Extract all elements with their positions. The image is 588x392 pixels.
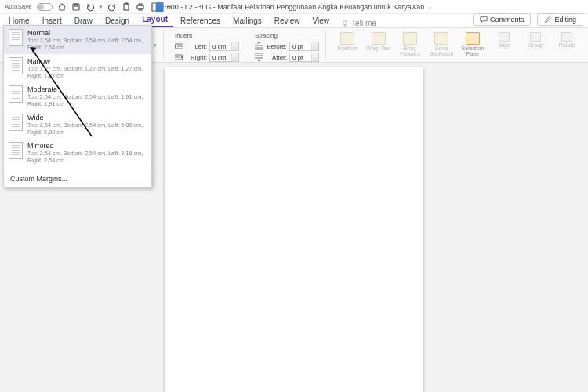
send-backward-button[interactable]: Send Backward bbox=[428, 32, 455, 57]
margins-thumb-icon bbox=[9, 29, 23, 46]
dropdown-separator bbox=[4, 169, 151, 169]
svg-rect-5 bbox=[139, 4, 142, 5]
selection-pane-icon bbox=[466, 32, 480, 45]
svg-rect-1 bbox=[74, 4, 78, 6]
tab-references[interactable]: References bbox=[175, 14, 226, 27]
send-backward-icon bbox=[434, 32, 448, 45]
margins-thumb-icon bbox=[9, 57, 23, 74]
margins-option-narrow[interactable]: NarrowTop: 1,27 cm, Bottom: 1,27 cm, Lef… bbox=[4, 54, 151, 82]
wrap-text-button[interactable]: Wrap Text bbox=[365, 32, 392, 51]
margins-thumb-icon bbox=[9, 85, 23, 103]
spacing-before-input[interactable]: 0 pt bbox=[289, 42, 319, 51]
indent-left-icon bbox=[175, 42, 183, 50]
editing-label: Editing bbox=[554, 16, 576, 24]
indent-subgroup: Indent Left: 0 cm Right: 0 cm bbox=[175, 32, 239, 62]
tell-me-search[interactable]: Tell me bbox=[341, 19, 376, 27]
clipboard-icon[interactable] bbox=[122, 2, 131, 12]
position-button[interactable]: Position bbox=[334, 32, 361, 51]
spacing-subgroup: Spacing Before: 0 pt After: 0 pt bbox=[255, 32, 319, 62]
indent-right-input[interactable]: 0 cm bbox=[209, 53, 239, 62]
group-button[interactable]: Group bbox=[522, 32, 549, 48]
print-icon[interactable] bbox=[136, 2, 145, 12]
title-chevron-icon[interactable]: ⌄ bbox=[427, 4, 432, 10]
document-title-area[interactable]: 600 - L2 -BLG - Manfaat Pelatihan Penggu… bbox=[156, 2, 433, 12]
indent-right-label: Right: bbox=[185, 54, 207, 61]
spacing-after-label: After: bbox=[265, 54, 287, 61]
comment-icon bbox=[480, 16, 488, 24]
margins-name: Mirrored bbox=[27, 142, 147, 150]
margins-desc: Top: 1,27 cm, Bottom: 1,27 cm, Left: 1,2… bbox=[27, 65, 147, 79]
svg-rect-0 bbox=[73, 4, 79, 10]
position-icon bbox=[340, 32, 354, 45]
tab-mailings[interactable]: Mailings bbox=[227, 14, 267, 27]
home-icon[interactable] bbox=[57, 2, 67, 12]
spacing-after-input[interactable]: 0 pt bbox=[289, 53, 319, 62]
margins-desc: Top: 2,54 cm, Bottom: 2,54 cm, Left: 5,0… bbox=[27, 122, 147, 136]
undo-icon[interactable] bbox=[85, 2, 95, 12]
editing-mode-button[interactable]: Editing bbox=[537, 13, 583, 26]
page-1[interactable] bbox=[165, 67, 423, 392]
tab-review[interactable]: Review bbox=[269, 14, 306, 27]
margins-dropdown: NormalTop: 2,54 cm, Bottom: 2,54 cm, Lef… bbox=[3, 25, 152, 187]
redo-icon[interactable] bbox=[107, 2, 117, 12]
margins-option-moderate[interactable]: ModerateTop: 2,54 cm, Bottom: 2,54 cm, L… bbox=[4, 82, 151, 111]
save-icon[interactable] bbox=[71, 2, 81, 12]
pencil-icon bbox=[544, 16, 552, 24]
margins-name: Moderate bbox=[27, 85, 147, 93]
margins-option-mirrored[interactable]: MirroredTop: 2,54 cm, Bottom: 2,54 cm, L… bbox=[4, 139, 151, 167]
wrap-text-icon bbox=[372, 32, 386, 45]
comments-button[interactable]: Comments bbox=[473, 13, 532, 26]
spacing-header: Spacing bbox=[255, 32, 319, 39]
spacing-before-label: Before: bbox=[265, 43, 287, 50]
comments-label: Comments bbox=[490, 16, 524, 24]
word-doc-icon bbox=[156, 2, 164, 12]
bring-forward-button[interactable]: Bring Forward bbox=[397, 32, 423, 57]
svg-rect-6 bbox=[139, 9, 142, 10]
document-title: 600 - L2 -BLG - Manfaat Pelatihan Penggu… bbox=[167, 3, 425, 11]
quick-access-toolbar: AutoSave ▾ ⋯ bbox=[5, 2, 173, 12]
undo-dropdown-chevron-icon[interactable]: ▾ bbox=[100, 4, 103, 10]
indent-left-label: Left: bbox=[185, 43, 207, 50]
group-icon bbox=[530, 32, 541, 42]
autosave-label: AutoSave bbox=[5, 3, 32, 10]
arrange-group: Position Wrap Text Bring Forward Send Ba… bbox=[329, 30, 585, 60]
rotate-icon bbox=[561, 32, 572, 42]
spacing-before-icon bbox=[255, 42, 263, 50]
titlebar: AutoSave ▾ ⋯ 600 - L2 -BLG - Manfaat Pel… bbox=[0, 0, 588, 14]
lightbulb-icon bbox=[341, 20, 349, 27]
margins-desc: Top: 2,54 cm, Bottom: 2,54 cm, Left: 2,5… bbox=[27, 37, 147, 51]
paragraph-group: Indent Left: 0 cm Right: 0 cm Spacing Be… bbox=[167, 30, 326, 60]
autosave-toggle[interactable] bbox=[37, 3, 53, 11]
align-button[interactable]: Align bbox=[491, 32, 517, 48]
custom-margins-button[interactable]: Custom Margins... bbox=[4, 171, 151, 187]
line-numbers-chevron-icon[interactable]: ▾ bbox=[154, 42, 157, 49]
margins-option-wide[interactable]: WideTop: 2,54 cm, Bottom: 2,54 cm, Left:… bbox=[4, 111, 151, 139]
margins-thumb-icon bbox=[9, 142, 23, 159]
spacing-after-icon bbox=[255, 53, 263, 61]
margins-thumb-icon bbox=[9, 114, 23, 131]
selection-pane-button[interactable]: Selection Pane bbox=[459, 32, 486, 57]
margins-option-normal[interactable]: NormalTop: 2,54 cm, Bottom: 2,54 cm, Lef… bbox=[4, 26, 151, 54]
align-icon bbox=[499, 32, 510, 42]
rotate-button[interactable]: Rotate bbox=[554, 32, 580, 48]
svg-point-7 bbox=[343, 20, 347, 24]
margins-desc: Top: 2,54 cm, Bottom: 2,54 cm, Left: 3,1… bbox=[27, 150, 147, 164]
indent-header: Indent bbox=[175, 32, 239, 39]
margins-name: Normal bbox=[27, 29, 147, 37]
margins-name: Narrow bbox=[27, 57, 147, 65]
tab-view[interactable]: View bbox=[307, 14, 336, 27]
indent-left-input[interactable]: 0 cm bbox=[209, 42, 239, 51]
margins-name: Wide bbox=[27, 114, 147, 122]
tell-me-label: Tell me bbox=[351, 19, 376, 27]
indent-right-icon bbox=[175, 53, 183, 61]
bring-forward-icon bbox=[403, 32, 417, 45]
margins-desc: Top: 2,54 cm, Bottom: 2,54 cm, Left: 1,9… bbox=[27, 93, 147, 107]
